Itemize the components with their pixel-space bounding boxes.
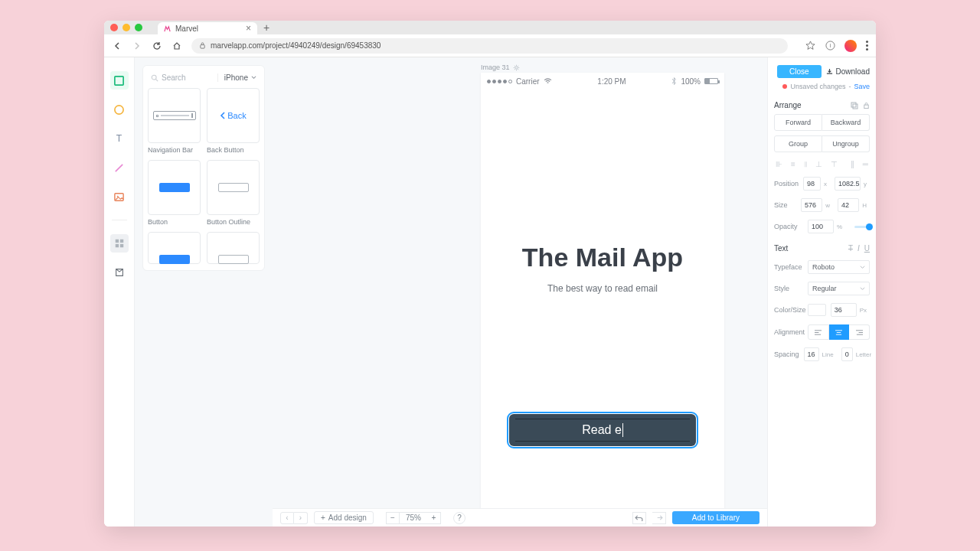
help-button[interactable]: ? bbox=[453, 512, 466, 524]
section-text: Text bbox=[774, 244, 788, 253]
text-tool[interactable]: T bbox=[110, 129, 129, 148]
position-y-input[interactable]: 1082.5 bbox=[835, 177, 861, 191]
align-center-button[interactable] bbox=[829, 324, 850, 340]
add-to-library-button[interactable]: Add to Library bbox=[672, 511, 760, 524]
minimize-window-button[interactable] bbox=[122, 24, 130, 31]
tool-rail: T bbox=[104, 57, 135, 527]
group-button[interactable]: Group bbox=[774, 135, 822, 152]
svg-rect-11 bbox=[115, 244, 118, 247]
component-back-button[interactable]: Back Back Button bbox=[207, 88, 260, 154]
home-icon[interactable] bbox=[172, 41, 182, 51]
align-left-button[interactable] bbox=[808, 324, 829, 340]
svg-rect-9 bbox=[115, 240, 118, 243]
status-bar: Carrier 1:20 PM 100% bbox=[481, 73, 724, 90]
browser-window: Marvel × + marvelapp.com/project/4940249… bbox=[104, 21, 876, 527]
chevron-down-icon bbox=[860, 286, 865, 292]
next-page-button[interactable]: › bbox=[294, 512, 308, 524]
screen-subtitle[interactable]: The best way to read email bbox=[481, 283, 724, 294]
search-input[interactable]: Search bbox=[151, 73, 213, 82]
menu-icon[interactable] bbox=[866, 41, 868, 51]
height-input[interactable]: 42 bbox=[838, 198, 859, 212]
circle-tool[interactable] bbox=[110, 100, 129, 119]
width-input[interactable]: 576 bbox=[801, 198, 822, 212]
svg-line-6 bbox=[116, 164, 122, 171]
strikethrough-icon[interactable]: T bbox=[848, 244, 853, 253]
chevron-down-icon bbox=[251, 75, 256, 80]
reload-icon[interactable] bbox=[152, 41, 162, 51]
undo-button[interactable] bbox=[632, 512, 646, 524]
unsaved-indicator: Unsaved changes - Save bbox=[774, 83, 870, 90]
opacity-input[interactable]: 100 bbox=[808, 220, 834, 233]
forward-icon[interactable] bbox=[132, 41, 142, 51]
line-spacing-input[interactable]: 16 bbox=[804, 347, 819, 361]
screen-title[interactable]: The Mail App bbox=[481, 243, 724, 272]
typeface-select[interactable]: Roboto bbox=[808, 260, 870, 274]
forward-button[interactable]: Forward bbox=[774, 114, 822, 131]
properties-panel: Close Download Unsaved changes - Save Ar… bbox=[767, 57, 876, 527]
canvas[interactable]: Image 31 Carrier 1:20 PM 100% bbox=[273, 57, 767, 527]
section-arrange: Arrange bbox=[774, 101, 802, 109]
zoom-out-button[interactable]: − bbox=[386, 512, 400, 524]
cta-button[interactable]: Read e bbox=[509, 414, 696, 446]
redo-button[interactable] bbox=[652, 512, 666, 524]
save-link[interactable]: Save bbox=[854, 83, 870, 90]
close-button[interactable]: Close bbox=[777, 65, 822, 78]
italic-icon[interactable]: I bbox=[858, 244, 860, 253]
time-label: 1:20 PM bbox=[597, 77, 626, 86]
components-tool[interactable] bbox=[110, 234, 129, 253]
svg-text:T: T bbox=[116, 133, 122, 144]
line-tool[interactable] bbox=[110, 158, 129, 177]
component-partial-1[interactable] bbox=[148, 232, 201, 264]
close-window-button[interactable] bbox=[110, 24, 118, 31]
component-button-outline[interactable]: Button Outline bbox=[207, 160, 260, 226]
underline-icon[interactable]: U bbox=[864, 244, 870, 253]
font-size-input[interactable]: 36 bbox=[831, 303, 857, 317]
ungroup-button[interactable]: Ungroup bbox=[822, 135, 870, 152]
library-tool[interactable] bbox=[110, 263, 129, 282]
maximize-window-button[interactable] bbox=[135, 24, 142, 31]
platform-select[interactable]: iPhone bbox=[217, 73, 256, 82]
add-design-button[interactable]: + Add design bbox=[314, 511, 374, 524]
zoom-in-button[interactable]: + bbox=[427, 512, 441, 524]
url-text: marvelapp.com/project/4940249/design/694… bbox=[211, 41, 381, 50]
style-select[interactable]: Regular bbox=[808, 282, 870, 295]
address-bar[interactable]: marvelapp.com/project/4940249/design/694… bbox=[191, 38, 788, 54]
component-partial-2[interactable] bbox=[207, 232, 260, 264]
image-tool[interactable] bbox=[110, 187, 129, 206]
layer-label[interactable]: Image 31 bbox=[481, 64, 520, 71]
new-tab-button[interactable]: + bbox=[263, 21, 270, 34]
component-navigation-bar[interactable]: Navigation Bar bbox=[148, 88, 201, 154]
browser-toolbar: marvelapp.com/project/4940249/design/694… bbox=[104, 34, 876, 57]
lock-icon[interactable] bbox=[863, 102, 870, 109]
profile-avatar[interactable] bbox=[844, 40, 857, 52]
battery-icon bbox=[704, 78, 718, 84]
component-button[interactable]: Button bbox=[148, 160, 201, 226]
components-panel: Search iPhone Navigation Bar Back Back B… bbox=[135, 57, 273, 527]
svg-rect-10 bbox=[119, 240, 122, 243]
download-button[interactable]: Download bbox=[826, 67, 870, 76]
backward-button[interactable]: Backward bbox=[822, 114, 870, 131]
gear-icon[interactable] bbox=[513, 64, 520, 71]
back-icon[interactable] bbox=[112, 41, 122, 51]
star-icon[interactable] bbox=[805, 41, 815, 51]
prev-page-button[interactable]: ‹ bbox=[280, 512, 294, 524]
align-right-button[interactable] bbox=[849, 324, 870, 340]
duplicate-icon[interactable] bbox=[851, 102, 858, 109]
rectangle-tool[interactable] bbox=[110, 71, 129, 90]
letter-spacing-input[interactable]: 0 bbox=[841, 347, 853, 361]
svg-rect-0 bbox=[201, 45, 204, 49]
text-color-swatch[interactable] bbox=[808, 304, 826, 316]
align-distribute-icons[interactable]: ⊪≡⫴⊥⊤‖═ bbox=[774, 160, 870, 169]
unsaved-dot-icon bbox=[782, 84, 787, 89]
chevron-down-icon bbox=[860, 265, 865, 270]
opacity-slider[interactable] bbox=[854, 226, 870, 228]
svg-rect-18 bbox=[864, 105, 868, 109]
cta-button-text: Read e bbox=[582, 423, 622, 437]
info-icon[interactable]: i bbox=[825, 41, 835, 51]
device-frame[interactable]: Carrier 1:20 PM 100% The Mail App The be… bbox=[481, 73, 724, 509]
browser-tab[interactable]: Marvel × bbox=[158, 22, 257, 34]
close-tab-icon[interactable]: × bbox=[246, 23, 251, 34]
search-icon bbox=[151, 74, 158, 82]
zoom-value[interactable]: 75% bbox=[400, 512, 427, 524]
position-x-input[interactable]: 98 bbox=[803, 177, 821, 191]
